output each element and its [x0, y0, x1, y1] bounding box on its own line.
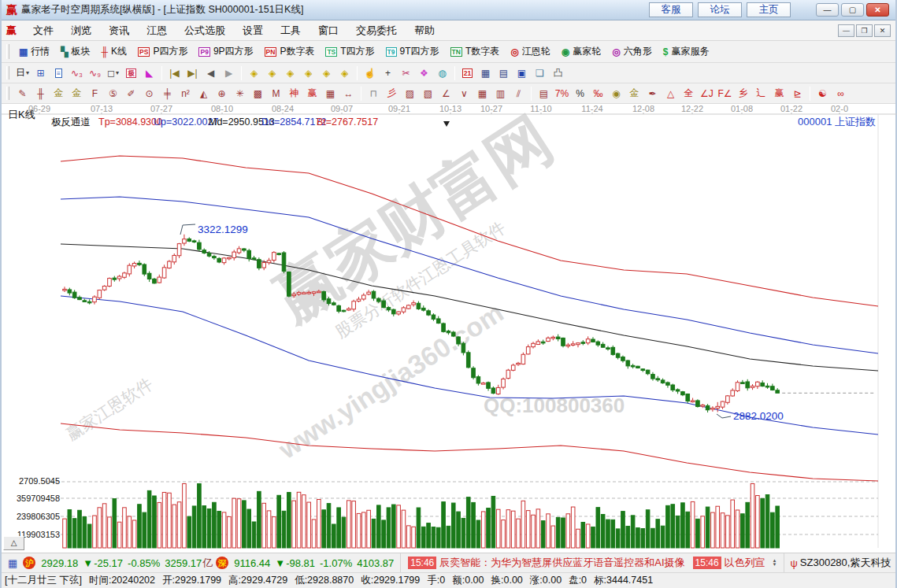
menu-公式选股[interactable]: 公式选股: [176, 21, 234, 40]
taichi-icon[interactable]: ☯: [814, 86, 831, 102]
toolbar-grip[interactable]: [6, 87, 9, 101]
menu-工具[interactable]: 工具: [272, 21, 310, 40]
magnet-icon[interactable]: ❖: [416, 65, 432, 81]
mdi-close-button[interactable]: ✕: [874, 24, 891, 37]
period-day-selector[interactable]: 日▾: [14, 65, 31, 81]
gold-angle-icon[interactable]: 全: [680, 86, 697, 102]
grid123-icon[interactable]: ▦: [322, 86, 339, 102]
ma9-icon[interactable]: ∿₉: [87, 65, 103, 81]
minimize-button[interactable]: —: [816, 3, 839, 17]
wave-angle-icon[interactable]: △: [662, 86, 679, 102]
mdi-restore-button[interactable]: ❐: [856, 24, 873, 37]
sz-market-icon[interactable]: 深: [216, 557, 228, 569]
menu-资讯[interactable]: 资讯: [100, 21, 138, 40]
calculator-icon[interactable]: ▦: [477, 65, 494, 81]
j-angle-icon[interactable]: ∠J: [699, 86, 715, 102]
menu-交易委托[interactable]: 交易委托: [347, 21, 406, 40]
shift-right-icon[interactable]: ◈: [264, 65, 280, 81]
sh-index-value[interactable]: 2929.18: [41, 557, 78, 569]
single-candle-icon[interactable]: ◻▾: [105, 65, 121, 81]
width-adjust-icon[interactable]: ↔: [340, 86, 357, 102]
maximize-button[interactable]: ▢: [841, 3, 864, 17]
grid-dense-icon[interactable]: ▦: [474, 86, 491, 102]
ma3-icon[interactable]: ∿₃: [69, 65, 85, 81]
brush-icon[interactable]: ✒: [644, 86, 661, 102]
tool-P四方形[interactable]: PSP四方形: [132, 43, 193, 60]
box-tool-icon[interactable]: ⊓: [365, 86, 382, 102]
price-grid-icon[interactable]: ╪: [159, 86, 176, 102]
spider-web-icon[interactable]: ▩: [250, 86, 266, 102]
tool-T数字表[interactable]: TNT数字表: [445, 43, 506, 60]
infinity-icon[interactable]: ∞: [832, 86, 849, 102]
percent-range-icon[interactable]: 7%: [554, 86, 570, 102]
menu-帮助[interactable]: 帮助: [406, 21, 443, 40]
step-forward-icon[interactable]: ▶: [221, 65, 237, 81]
tool-9T四方形[interactable]: T99T四方形: [380, 43, 445, 60]
wave-mark-icon[interactable]: M: [268, 86, 284, 102]
menu-浏览[interactable]: 浏览: [62, 21, 100, 40]
star-web-icon[interactable]: ✳: [232, 86, 248, 102]
marker-pen-icon[interactable]: ✐: [123, 86, 139, 102]
goto-last-icon[interactable]: ▶|: [184, 65, 201, 81]
notes-icon[interactable]: ▤: [495, 65, 512, 81]
spiral-icon[interactable]: ⑤: [105, 86, 121, 102]
menu-设置[interactable]: 设置: [234, 21, 272, 40]
sz-index-value[interactable]: 9116.44: [234, 557, 270, 569]
fibo-icon[interactable]: F: [87, 86, 103, 102]
jifan-channel-icon[interactable]: 极: [123, 65, 139, 81]
save-icon[interactable]: ▣: [513, 65, 530, 81]
kline-window-icon[interactable]: ⊞: [32, 65, 49, 81]
permille-icon[interactable]: ‰: [590, 86, 606, 102]
tool-P数字表[interactable]: PNP数字表: [259, 43, 321, 60]
news2-headline[interactable]: 以色列宣: [725, 556, 765, 570]
draw-pencil-icon[interactable]: ✎: [14, 86, 31, 102]
tool-K线[interactable]: ╫K线: [96, 43, 133, 60]
slope-icon[interactable]: ⊵: [789, 86, 806, 102]
square-n2-icon[interactable]: n²: [177, 86, 194, 102]
parallel-lines-icon[interactable]: ⫽: [510, 86, 527, 102]
ticker-stock[interactable]: SZ300280,紫天科技: [800, 556, 891, 570]
menu-文件[interactable]: 文件: [24, 21, 62, 40]
quote-panel-icon[interactable]: ≡: [50, 65, 67, 81]
tool-赢家服务[interactable]: $赢家服务: [658, 43, 715, 60]
gold-ratio-icon[interactable]: 金: [50, 86, 67, 102]
cut-icon[interactable]: ✂: [398, 65, 414, 81]
tool-六角形[interactable]: ◎六角形: [606, 43, 657, 60]
pattern-icon[interactable]: ◍: [434, 65, 450, 81]
shaded-box-icon[interactable]: ▨: [402, 86, 418, 102]
quote-grid-icon[interactable]: ▦: [8, 557, 17, 569]
forum-button[interactable]: 论坛: [698, 2, 742, 17]
shift-left-icon[interactable]: ◈: [246, 65, 262, 81]
news-scroll-spinner[interactable]: ▲▼: [773, 559, 777, 567]
crosshair-icon[interactable]: +: [380, 65, 396, 81]
scale-list-icon[interactable]: ▤: [536, 86, 552, 102]
ying-line-icon[interactable]: 赢: [771, 86, 788, 102]
toolbar-grip[interactable]: [6, 44, 9, 59]
homepage-button[interactable]: 主页: [747, 2, 791, 17]
angle-mirror-icon[interactable]: ◭: [195, 86, 212, 102]
zigzag-icon[interactable]: ∨: [456, 86, 473, 102]
angle-line-icon[interactable]: ∠: [438, 86, 454, 102]
f-angle-icon[interactable]: F∠: [717, 86, 733, 102]
toolbar-grip[interactable]: [6, 66, 9, 80]
gann-grid-icon[interactable]: ╫: [32, 86, 49, 102]
percent-icon[interactable]: %: [572, 86, 588, 102]
drag-hand-icon[interactable]: ☝: [361, 65, 378, 81]
multi-fan-icon[interactable]: 乡: [735, 86, 751, 102]
ying-tool-icon[interactable]: 赢: [304, 86, 321, 102]
zoom-out-h-icon[interactable]: ◈: [282, 65, 298, 81]
service-button[interactable]: 客服: [649, 2, 693, 17]
tool-板块[interactable]: ▚板块: [55, 43, 95, 60]
shen-tool-icon[interactable]: 神: [286, 86, 302, 102]
hatch-box-icon[interactable]: ▧: [420, 86, 436, 102]
tool-赢家轮[interactable]: ◉赢家轮: [556, 43, 606, 60]
color-kline-icon[interactable]: ◣: [141, 65, 158, 81]
copy-icon[interactable]: ❏: [532, 65, 548, 81]
tool-9P四方形[interactable]: P99P四方形: [193, 43, 258, 60]
grid-box-icon[interactable]: ▥: [492, 86, 509, 102]
goto-first-icon[interactable]: |◀: [166, 65, 183, 81]
zoom-in-h-icon[interactable]: ◈: [300, 65, 317, 81]
pane-expand-button[interactable]: △: [3, 536, 24, 550]
calendar-icon[interactable]: 21: [459, 65, 476, 81]
gann-compass-icon[interactable]: ⊕: [213, 86, 230, 102]
